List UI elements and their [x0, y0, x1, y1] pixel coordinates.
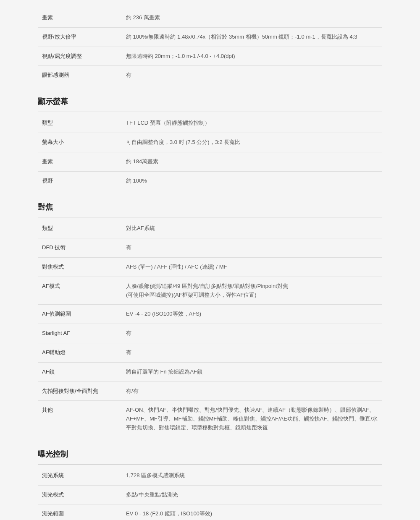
table-row: 畫素約 184萬畫素	[38, 152, 382, 171]
spec-label: Starlight AF	[38, 324, 122, 343]
spec-value: AF-ON、快門AF、半快門曝放、對焦/快門優先、快速AF、連續AF（動態影像錄…	[122, 401, 382, 437]
spec-value: TFT LCD 螢幕（附靜態觸控控制）	[122, 114, 382, 133]
divider-focus	[38, 217, 382, 217]
table-row: 視野/放大倍率約 100%/無限遠時約 1.48x/0.74x（相當於 35mm…	[38, 27, 382, 47]
divider-display	[38, 112, 382, 112]
spec-label: 視野/放大倍率	[38, 27, 122, 47]
spec-table-display: 類型TFT LCD 螢幕（附靜態觸控控制）螢幕大小可自由調整角度，3.0 吋 (…	[38, 114, 382, 190]
divider-exposure	[38, 464, 382, 465]
table-row: AF偵測範圍EV -4 - 20 (ISO100等效，AFS)	[38, 305, 382, 324]
table-row: 其他AF-ON、快門AF、半快門曝放、對焦/快門優先、快速AF、連續AF（動態影…	[38, 401, 382, 437]
spec-label: 其他	[38, 401, 122, 437]
spec-label: 類型	[38, 114, 122, 133]
spec-label: AF模式	[38, 277, 122, 305]
spec-value: 多點/中央重點/點測光	[122, 485, 382, 504]
spec-label: AF鎖	[38, 362, 122, 382]
table-row: AF鎖將自訂選單的 Fn 按鈕設為AF鎖	[38, 362, 382, 382]
table-row: 測光範圍EV 0 - 18 (F2.0 鏡頭，ISO100等效)	[38, 504, 382, 520]
table-row: 視野約 100%	[38, 171, 382, 190]
spec-value: 無限遠時約 20mm；-1.0 m-1 /-4.0 - +4.0(dpt)	[122, 47, 382, 66]
section-title-exposure: 曝光控制	[38, 442, 382, 463]
spec-value: 將自訂選單的 Fn 按鈕設為AF鎖	[122, 362, 382, 382]
spec-value: 1,728 區多模式感測系統	[122, 466, 382, 485]
section-title-display: 顯示螢幕	[38, 89, 382, 110]
table-row: 對焦模式AFS (單一) / AFF (彈性) / AFC (連續) / MF	[38, 257, 382, 277]
spec-table-viewfinder: 畫素約 236 萬畫素視野/放大倍率約 100%/無限遠時約 1.48x/0.7…	[38, 8, 382, 85]
spec-label: 眼部感測器	[38, 66, 122, 85]
table-row: AF模式人臉/眼部偵測/追蹤/49 區對焦/自訂多點對焦/單點對焦/Pinpoi…	[38, 277, 382, 305]
table-row: Starlight AF有	[38, 324, 382, 343]
spec-value: AFS (單一) / AFF (彈性) / AFC (連續) / MF	[122, 257, 382, 277]
spec-label: 測光範圍	[38, 504, 122, 520]
spec-value: 約 184萬畫素	[122, 152, 382, 171]
spec-value: EV -4 - 20 (ISO100等效，AFS)	[122, 305, 382, 324]
section-display: 顯示螢幕 類型TFT LCD 螢幕（附靜態觸控控制）螢幕大小可自由調整角度，3.…	[38, 89, 382, 190]
spec-table-focus: 類型對比AF系統DFD 技術有對焦模式AFS (單一) / AFF (彈性) /…	[38, 219, 382, 437]
section-title-focus: 對焦	[38, 194, 382, 215]
spec-label: 測光系統	[38, 466, 122, 485]
spec-label: 測光模式	[38, 485, 122, 504]
table-row: 類型對比AF系統	[38, 219, 382, 238]
spec-value: 約 236 萬畫素	[122, 8, 382, 27]
table-row: DFD 技術有	[38, 238, 382, 258]
spec-value: 有	[122, 324, 382, 343]
spec-value: 可自由調整角度，3.0 吋 (7.5 公分)，3:2 長寬比	[122, 133, 382, 152]
spec-value: 人臉/眼部偵測/追蹤/49 區對焦/自訂多點對焦/單點對焦/Pinpoint對焦…	[122, 277, 382, 305]
table-row: 視點/屈光度調整無限遠時約 20mm；-1.0 m-1 /-4.0 - +4.0…	[38, 47, 382, 66]
spec-label: 類型	[38, 219, 122, 238]
table-row: 先拍照後對焦/全面對焦有/有	[38, 382, 382, 401]
page-wrapper: 畫素約 236 萬畫素視野/放大倍率約 100%/無限遠時約 1.48x/0.7…	[21, 0, 399, 520]
spec-value: 約 100%/無限遠時約 1.48x/0.74x（相當於 35mm 相機）50m…	[122, 27, 382, 47]
section-focus: 對焦 類型對比AF系統DFD 技術有對焦模式AFS (單一) / AFF (彈性…	[38, 194, 382, 437]
spec-value: 約 100%	[122, 171, 382, 190]
table-row: 測光系統1,728 區多模式感測系統	[38, 466, 382, 485]
section-viewfinder: 畫素約 236 萬畫素視野/放大倍率約 100%/無限遠時約 1.48x/0.7…	[38, 8, 382, 85]
spec-value: 有	[122, 66, 382, 85]
section-exposure: 曝光控制 測光系統1,728 區多模式感測系統測光模式多點/中央重點/點測光測光…	[38, 442, 382, 520]
spec-label: 對焦模式	[38, 257, 122, 277]
table-row: 畫素約 236 萬畫素	[38, 8, 382, 27]
spec-value: EV 0 - 18 (F2.0 鏡頭，ISO100等效)	[122, 504, 382, 520]
table-row: 測光模式多點/中央重點/點測光	[38, 485, 382, 504]
spec-value: 有	[122, 238, 382, 258]
table-row: 類型TFT LCD 螢幕（附靜態觸控控制）	[38, 114, 382, 133]
spec-label: AF偵測範圍	[38, 305, 122, 324]
table-row: 螢幕大小可自由調整角度，3.0 吋 (7.5 公分)，3:2 長寬比	[38, 133, 382, 152]
spec-label: 畫素	[38, 152, 122, 171]
spec-value: 對比AF系統	[122, 219, 382, 238]
spec-value: 有	[122, 343, 382, 362]
spec-label: 螢幕大小	[38, 133, 122, 152]
table-row: AF輔助燈有	[38, 343, 382, 362]
spec-label: 視野	[38, 171, 122, 190]
spec-label: 視點/屈光度調整	[38, 47, 122, 66]
spec-label: AF輔助燈	[38, 343, 122, 362]
spec-label: 畫素	[38, 8, 122, 27]
spec-value: 有/有	[122, 382, 382, 401]
spec-label: DFD 技術	[38, 238, 122, 258]
table-row: 眼部感測器有	[38, 66, 382, 85]
spec-table-exposure: 測光系統1,728 區多模式感測系統測光模式多點/中央重點/點測光測光範圍EV …	[38, 466, 382, 520]
spec-label: 先拍照後對焦/全面對焦	[38, 382, 122, 401]
